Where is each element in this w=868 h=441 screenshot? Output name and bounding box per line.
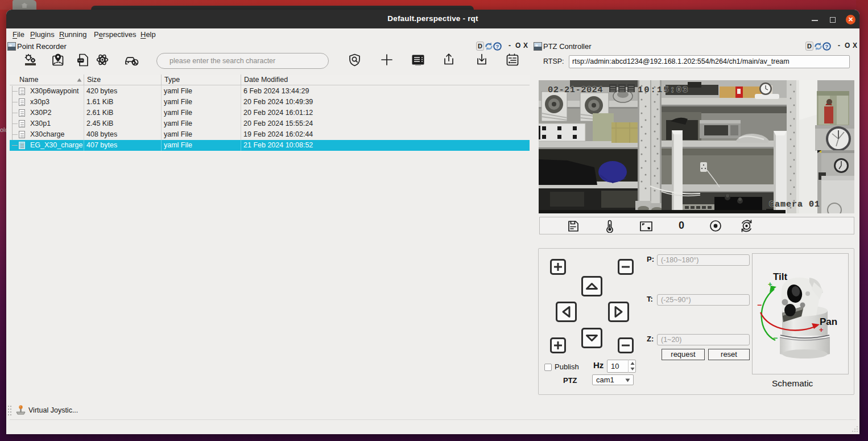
svg-text:Tilt: Tilt bbox=[773, 271, 788, 282]
svg-text:+: + bbox=[819, 325, 824, 334]
svg-text:10:15:03: 10:15:03 bbox=[638, 85, 689, 95]
svg-text:−: − bbox=[773, 333, 778, 343]
svg-text:+: + bbox=[768, 280, 772, 288]
svg-text:−: − bbox=[757, 300, 762, 310]
svg-text:?: ? bbox=[496, 43, 499, 50]
svg-text:02-21-2024: 02-21-2024 bbox=[548, 85, 603, 95]
svg-text:?: ? bbox=[825, 43, 829, 50]
svg-text:Camera 01: Camera 01 bbox=[769, 200, 820, 209]
